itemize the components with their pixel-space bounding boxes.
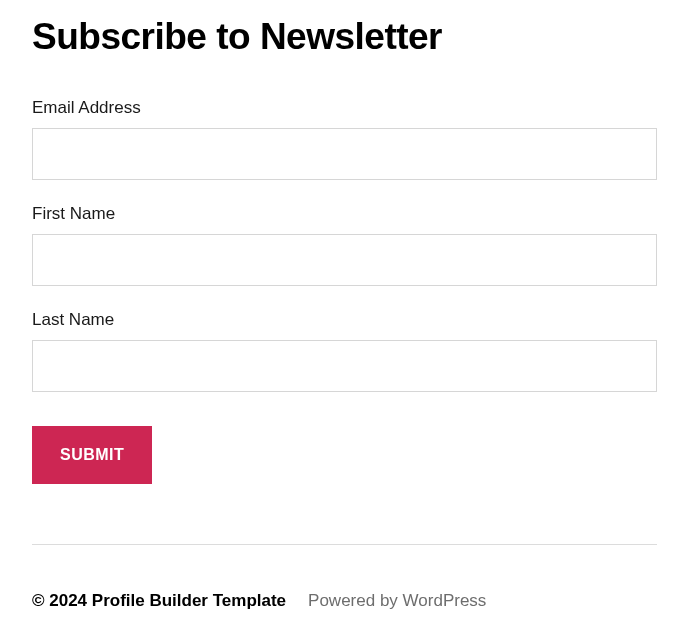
newsletter-form: Email Address First Name Last Name Submi… [32,98,657,484]
footer-copyright: © 2024 Profile Builder Template [32,591,286,611]
lastname-field[interactable] [32,340,657,392]
footer-powered-link[interactable]: Powered by WordPress [308,591,486,611]
email-field[interactable] [32,128,657,180]
footer: © 2024 Profile Builder Template Powered … [32,591,657,611]
firstname-group: First Name [32,204,657,286]
firstname-field[interactable] [32,234,657,286]
lastname-group: Last Name [32,310,657,392]
footer-divider [32,544,657,545]
firstname-label: First Name [32,204,657,224]
email-group: Email Address [32,98,657,180]
submit-button[interactable]: Submit [32,426,152,484]
page-title: Subscribe to Newsletter [32,16,657,58]
lastname-label: Last Name [32,310,657,330]
email-label: Email Address [32,98,657,118]
